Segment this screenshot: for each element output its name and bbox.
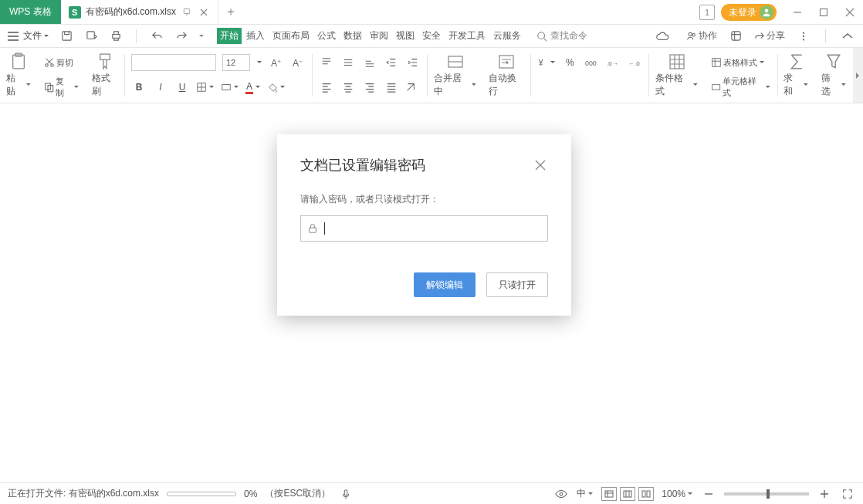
- open-readonly-button[interactable]: 只读打开: [486, 272, 548, 297]
- paste-button[interactable]: 粘贴: [6, 72, 32, 98]
- file-menu-label: 文件: [23, 29, 42, 42]
- font-color-button[interactable]: A: [245, 81, 261, 94]
- italic-icon[interactable]: I: [153, 79, 168, 95]
- text-cursor: [324, 222, 325, 235]
- filter-button[interactable]: 筛选: [815, 48, 853, 103]
- bold-icon[interactable]: B: [131, 79, 147, 95]
- lock-icon: [307, 223, 318, 234]
- tab-close-icon[interactable]: [198, 6, 210, 19]
- view-normal-icon[interactable]: [601, 487, 617, 501]
- window-maximize-button[interactable]: [811, 0, 837, 24]
- fill-color-button[interactable]: [267, 82, 286, 93]
- mic-icon[interactable]: [338, 486, 354, 502]
- zoom-out-button[interactable]: [701, 486, 716, 502]
- svg-rect-5: [112, 35, 119, 39]
- view-page-icon[interactable]: [620, 487, 635, 501]
- qat-undo-icon[interactable]: [149, 29, 164, 44]
- cut-button[interactable]: 剪切: [44, 57, 73, 69]
- qat-more-icon[interactable]: [198, 33, 205, 39]
- ribbon-tab-view[interactable]: 视图: [393, 28, 418, 44]
- status-opening-label: 正在打开文件: 有密码的x6d.com.xlsx: [8, 487, 159, 500]
- login-button[interactable]: 未登录: [721, 4, 777, 21]
- new-tab-button[interactable]: ＋: [218, 0, 243, 24]
- cloud-sync-icon[interactable]: [655, 31, 669, 42]
- ribbon-expand-handle[interactable]: [853, 48, 863, 103]
- collapse-ribbon-icon[interactable]: [840, 29, 855, 44]
- document-tab[interactable]: S 有密码的x6d.com.xlsx: [61, 0, 218, 24]
- table-style-button[interactable]: 表格样式: [711, 57, 765, 69]
- ribbon-tab-devtools[interactable]: 开发工具: [445, 28, 489, 44]
- ribbon-tab-formula[interactable]: 公式: [314, 28, 339, 44]
- ribbon-tab-insert[interactable]: 插入: [243, 28, 268, 44]
- status-esc-hint: （按ESC取消）: [265, 487, 330, 500]
- svg-rect-9: [731, 32, 739, 40]
- zoom-in-button[interactable]: [817, 486, 832, 502]
- sum-button[interactable]: 求和: [777, 48, 815, 103]
- copy-button[interactable]: 复制: [44, 76, 80, 99]
- zoom-slider[interactable]: [724, 492, 809, 496]
- merge-center-button[interactable]: 合并居中: [428, 48, 483, 103]
- align-left-icon[interactable]: [319, 79, 334, 95]
- scissors-icon: [44, 57, 55, 68]
- wrap-text-button[interactable]: 自动换行: [482, 48, 530, 103]
- ribbon-tab-review[interactable]: 审阅: [367, 28, 391, 44]
- qat-print-icon[interactable]: [108, 29, 124, 44]
- view-break-icon[interactable]: [638, 487, 654, 501]
- increase-font-icon[interactable]: A+: [269, 55, 284, 70]
- qat-redo-icon[interactable]: [174, 29, 189, 44]
- file-menu[interactable]: 文件: [23, 29, 49, 42]
- unlock-edit-button[interactable]: 解锁编辑: [414, 272, 475, 297]
- percent-icon[interactable]: %: [562, 55, 577, 70]
- decrease-decimal-icon[interactable]: ←.0: [627, 55, 642, 70]
- collab-button[interactable]: 协作: [686, 29, 717, 42]
- indent-increase-icon[interactable]: [405, 55, 421, 70]
- ribbon-tab-start[interactable]: 开始: [217, 28, 242, 44]
- align-middle-icon[interactable]: [340, 55, 356, 70]
- align-justify-icon[interactable]: [384, 79, 399, 95]
- fullscreen-icon[interactable]: [840, 486, 855, 502]
- password-input[interactable]: [300, 215, 548, 242]
- command-search[interactable]: 查找命令: [536, 29, 587, 42]
- zoom-level[interactable]: 100%: [662, 489, 693, 499]
- align-bottom-icon[interactable]: [362, 55, 377, 70]
- font-size-combo[interactable]: 12: [222, 54, 250, 71]
- cell-style-button[interactable]: 单元格样式: [711, 76, 771, 99]
- increase-decimal-icon[interactable]: .0→: [605, 55, 621, 70]
- share-button[interactable]: 分享: [754, 29, 785, 42]
- clipboard-icon[interactable]: [10, 52, 27, 70]
- ime-indicator[interactable]: 中: [577, 487, 594, 500]
- conditional-format-button[interactable]: 条件格式: [649, 48, 705, 103]
- underline-icon[interactable]: U: [174, 79, 190, 95]
- ribbon-tab-page-layout[interactable]: 页面布局: [269, 28, 313, 44]
- ribbon-tab-data[interactable]: 数据: [340, 28, 365, 44]
- window-minimize-button[interactable]: [784, 0, 811, 24]
- align-right-icon[interactable]: [362, 79, 377, 95]
- title-bar: WPS 表格 S 有密码的x6d.com.xlsx ＋ 1 未登录: [0, 0, 863, 25]
- dialog-close-button[interactable]: [533, 157, 548, 173]
- link-icon[interactable]: [728, 29, 743, 44]
- window-count-indicator[interactable]: 1: [699, 5, 715, 20]
- ribbon-tab-security[interactable]: 安全: [419, 28, 444, 44]
- orientation-button[interactable]: [405, 82, 416, 93]
- indent-decrease-icon[interactable]: [384, 55, 399, 70]
- style-button[interactable]: [221, 82, 239, 93]
- more-menu-icon[interactable]: [796, 29, 811, 44]
- tab-pin-icon[interactable]: [181, 6, 193, 19]
- chevron-down-icon[interactable]: [256, 59, 262, 66]
- format-painter-group[interactable]: 格式刷: [86, 48, 124, 103]
- decrease-font-icon[interactable]: A−: [290, 55, 306, 70]
- qat-save-icon[interactable]: [59, 29, 74, 44]
- thousands-icon[interactable]: 000: [584, 55, 599, 70]
- svg-text:000: 000: [585, 59, 597, 67]
- currency-button[interactable]: ¥: [537, 57, 556, 68]
- app-menu-button[interactable]: [8, 32, 19, 41]
- ribbon-tab-cloud[interactable]: 云服务: [490, 28, 524, 44]
- window-close-button[interactable]: [837, 0, 863, 24]
- align-center-icon[interactable]: [340, 79, 356, 95]
- align-top-icon[interactable]: [319, 55, 334, 70]
- font-name-combo[interactable]: [131, 54, 216, 71]
- border-button[interactable]: [196, 82, 215, 93]
- svg-point-7: [689, 32, 692, 36]
- qat-saveas-icon[interactable]: [83, 29, 99, 44]
- eye-icon[interactable]: [553, 486, 569, 502]
